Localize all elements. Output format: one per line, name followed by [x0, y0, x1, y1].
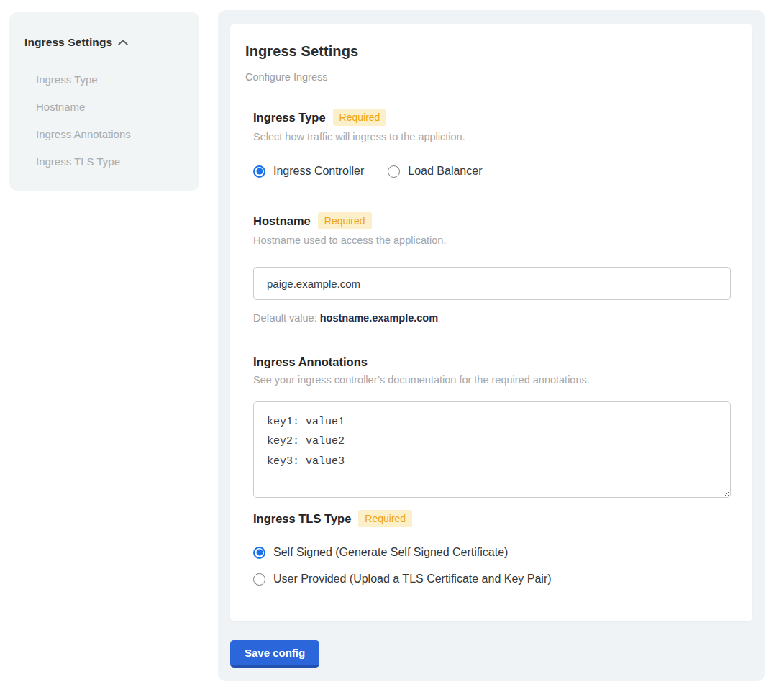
section-ingress-tls-type: Ingress TLS Type Required Self Signed (G…	[253, 510, 731, 586]
radio-ingress-controller[interactable]: Ingress Controller	[253, 165, 364, 178]
radio-load-balancer[interactable]: Load Balancer	[388, 165, 482, 178]
radio-self-signed[interactable]: Self Signed (Generate Self Signed Certif…	[253, 546, 731, 559]
radio-circle-icon[interactable]	[253, 165, 265, 178]
tls-type-radio-group: Self Signed (Generate Self Signed Certif…	[253, 546, 731, 586]
section-ingress-type: Ingress Type Required Select how traffic…	[253, 109, 731, 178]
ingress-annotations-label: Ingress Annotations	[253, 355, 368, 369]
ingress-type-radio-group: Ingress Controller Load Balancer	[253, 165, 731, 178]
ingress-settings-panel: Ingress Settings Configure Ingress Ingre…	[218, 10, 765, 681]
page-title: Ingress Settings	[245, 43, 731, 60]
sidebar-item-ingress-tls-type[interactable]: Ingress TLS Type	[24, 148, 185, 175]
page-subtitle: Configure Ingress	[245, 71, 731, 83]
ingress-tls-type-label: Ingress TLS Type	[253, 512, 351, 526]
chevron-up-icon	[118, 40, 128, 45]
radio-label: Ingress Controller	[273, 165, 364, 178]
required-badge: Required	[333, 109, 387, 126]
default-value-text: hostname.example.com	[320, 312, 438, 324]
ingress-type-label: Ingress Type	[253, 111, 326, 124]
radio-circle-icon[interactable]	[253, 547, 265, 559]
required-badge: Required	[358, 510, 412, 527]
hostname-description: Hostname used to access the application.	[253, 234, 731, 246]
sidebar-section-ingress-settings[interactable]: Ingress Settings	[24, 36, 185, 49]
settings-sidebar: Ingress Settings Ingress Type Hostname I…	[9, 12, 199, 191]
section-ingress-annotations: Ingress Annotations See your ingress con…	[253, 355, 731, 498]
radio-circle-icon[interactable]	[253, 573, 265, 586]
sidebar-item-ingress-annotations[interactable]: Ingress Annotations	[24, 121, 185, 147]
save-config-button[interactable]: Save config	[230, 640, 319, 668]
sidebar-item-ingress-type[interactable]: Ingress Type	[24, 66, 185, 93]
hostname-label: Hostname	[253, 214, 311, 228]
sidebar-items: Ingress Type Hostname Ingress Annotation…	[24, 66, 185, 175]
radio-circle-icon[interactable]	[388, 165, 400, 178]
default-value-label: Default value:	[253, 312, 317, 324]
ingress-type-description: Select how traffic will ingress to the a…	[253, 131, 731, 142]
hostname-input[interactable]	[253, 267, 731, 300]
radio-label: Self Signed (Generate Self Signed Certif…	[273, 546, 508, 559]
ingress-annotations-textarea[interactable]: key1: value1 key2: value2 key3: value3	[253, 401, 731, 498]
radio-label: Load Balancer	[408, 165, 482, 178]
section-hostname: Hostname Required Hostname used to acces…	[253, 212, 731, 324]
ingress-annotations-description: See your ingress controller’s documentat…	[253, 374, 731, 386]
radio-user-provided[interactable]: User Provided (Upload a TLS Certificate …	[253, 573, 731, 586]
hostname-default-value: Default value: hostname.example.com	[253, 312, 731, 324]
sidebar-item-hostname[interactable]: Hostname	[24, 94, 185, 120]
required-badge: Required	[318, 212, 372, 229]
radio-label: User Provided (Upload a TLS Certificate …	[273, 573, 552, 586]
ingress-settings-card: Ingress Settings Configure Ingress Ingre…	[230, 24, 752, 621]
form-sections: Ingress Type Required Select how traffic…	[253, 109, 731, 586]
sidebar-section-label: Ingress Settings	[24, 36, 112, 49]
